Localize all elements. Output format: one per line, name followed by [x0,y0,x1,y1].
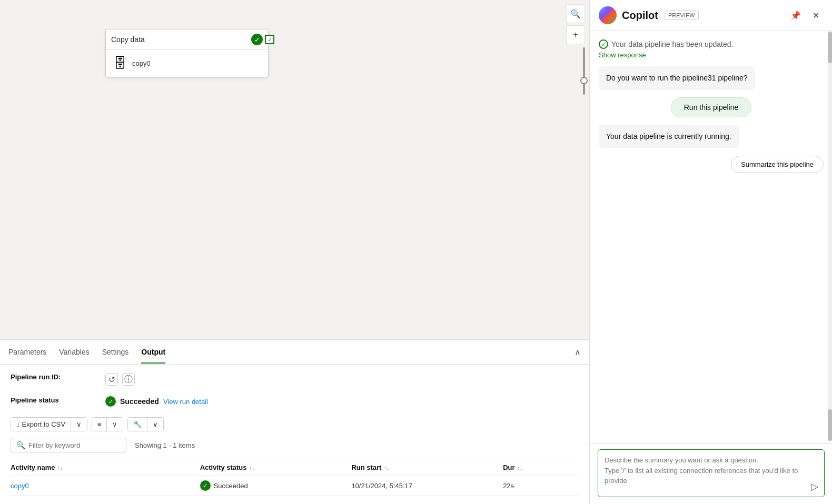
row-status-icon: ✓ [200,480,211,491]
left-panel: Copy data ✓ 🗄 copy0 ✓ 🔍 + Parameters [0,0,590,504]
node-body-label: copy0 [132,59,151,67]
node-success-icon: ✓ [251,34,263,45]
pipeline-run-id-row: Pipeline run ID: ↺ ⓘ [11,373,579,386]
zoom-in-button[interactable]: + [566,25,585,44]
wrench-button[interactable]: 🔧 [128,418,147,431]
export-csv-dropdown[interactable]: ∨ [71,418,87,431]
refresh-icon[interactable]: ↺ [105,373,118,386]
filter-icon: ≡ [97,420,102,428]
tabs-list: Parameters Variables Settings Output [8,341,165,363]
chat-input-area: ▷ [590,443,832,504]
filter-dropdown[interactable]: ∨ [107,418,123,431]
th-activity-status[interactable]: Activity status ↑↓ [200,463,352,471]
close-button[interactable]: ✕ [808,7,824,23]
tab-settings[interactable]: Settings [102,341,129,364]
status-value: Succeeded [120,397,159,406]
view-run-detail-link[interactable]: View run detail [163,398,208,406]
pipeline-updated-row: ✓ Your data pipeline has been updated. [599,39,733,49]
chat-msg-running: Your data pipeline is currently running. [599,125,739,148]
search-icon: 🔍 [16,441,25,449]
copy-data-icon: 🗄 [113,55,127,72]
table-row: copy0 ✓ Succeeded 10/21/2024, 5:45:17 22… [11,476,579,496]
copilot-panel: Copilot PREVIEW 📌 ✕ ✓ Your data pipeline… [590,0,832,504]
th-run-start[interactable]: Run start ↑↓ [351,463,503,471]
toolbar-row: ↓ Export to CSV ∨ ≡ ∨ [11,417,579,431]
slider-thumb[interactable] [580,77,588,84]
show-response-link[interactable]: Show response [599,51,733,59]
collapse-button[interactable]: ∧ [575,347,581,357]
zoom-slider [583,47,585,95]
pin-button[interactable]: 📌 [788,7,804,23]
send-button[interactable]: ▷ [811,481,818,492]
td-activity-name[interactable]: copy0 [11,482,200,490]
header-actions: 📌 ✕ [788,7,824,23]
preview-badge: PREVIEW [665,11,699,20]
tab-output[interactable]: Output [141,341,165,364]
wrench-btn-group: 🔧 ∨ [127,417,164,431]
search-canvas-button[interactable]: 🔍 [566,4,585,23]
scrollbar-thumb-bottom [828,409,832,441]
sort-icon-run-start: ↑↓ [383,465,389,471]
tab-parameters[interactable]: Parameters [8,341,46,364]
info-icon[interactable]: ⓘ [122,373,135,386]
chevron-down-icon-3: ∨ [153,420,158,428]
chat-msg-updated: ✓ Your data pipeline has been updated. S… [599,39,733,59]
table-header: Activity name ↑↓ Activity status ↑↓ Run … [11,459,579,476]
send-icon: ▷ [811,481,818,492]
export-csv-group: ↓ Export to CSV ∨ [11,417,87,431]
chat-bubble-run-question: Do you want to run the pipeline31 pipeli… [599,66,755,90]
scrollbar[interactable] [828,32,832,441]
node-checkbox: ✓ [265,35,274,44]
copilot-title: Copilot [622,9,658,22]
chat-msg-run-question: Do you want to run the pipeline31 pipeli… [599,66,755,90]
node-title: Copy data [111,35,145,44]
pipeline-status-value-row: ✓ Succeeded View run detail [105,396,208,407]
sort-icon-activity-status: ↑↓ [249,465,255,471]
showing-text: Showing 1 - 1 items [135,441,195,449]
canvas-area: Copy data ✓ 🗄 copy0 ✓ 🔍 + [0,0,589,339]
th-duration[interactable]: Dur ↑↓ [503,463,579,471]
wrench-icon: 🔧 [133,420,142,428]
status-green-check: ✓ [105,396,116,407]
sort-icon-activity-name: ↑↓ [57,465,63,471]
copilot-logo [599,6,617,24]
pipeline-status-block: Pipeline status [11,396,95,404]
sort-icon-duration: ↑↓ [517,465,523,471]
summarize-pipeline-button[interactable]: Summarize this pipeline [731,156,824,173]
chat-area: ✓ Your data pipeline has been updated. S… [590,31,832,443]
chat-bubble-running: Your data pipeline is currently running. [599,125,739,148]
td-duration: 22s [503,482,579,490]
pipeline-node[interactable]: Copy data ✓ 🗄 copy0 ✓ [105,29,269,77]
pipeline-run-id-actions: ↺ ⓘ [105,373,135,386]
export-csv-button[interactable]: ↓ Export to CSV [11,418,71,431]
run-pipeline-button[interactable]: Run this pipeline [671,97,752,117]
chevron-down-icon-2: ∨ [112,420,117,428]
pipeline-run-id-label: Pipeline run ID: [11,373,95,381]
wrench-dropdown[interactable]: ∨ [147,418,163,431]
copilot-header: Copilot PREVIEW 📌 ✕ [590,0,832,31]
tabs-bar: Parameters Variables Settings Output ∧ [0,340,589,365]
th-activity-name[interactable]: Activity name ↑↓ [11,463,200,471]
td-activity-status: ✓ Succeeded [200,480,352,491]
canvas-toolbar: 🔍 + [566,4,585,44]
td-run-start: 10/21/2024, 5:45:17 [351,482,503,490]
node-header: Copy data ✓ [106,29,268,49]
filter-input[interactable] [28,441,121,449]
output-content: Pipeline run ID: ↺ ⓘ Pipeline status ✓ S… [0,365,589,504]
chevron-down-icon: ∨ [76,420,82,428]
updated-check-icon: ✓ [599,39,608,49]
filter-row: 🔍 Showing 1 - 1 items [11,438,579,452]
pipeline-status-row: Pipeline status ✓ Succeeded View run det… [11,396,579,407]
export-csv-label: Export to CSV [22,420,65,428]
chat-textarea[interactable] [598,449,825,497]
tab-variables[interactable]: Variables [59,341,89,364]
filter-button[interactable]: ≡ [92,418,107,431]
scrollbar-thumb-top [828,32,832,63]
bottom-panel: Parameters Variables Settings Output ∧ P… [0,339,589,504]
search-box: 🔍 [11,438,126,452]
node-body: 🗄 copy0 [106,49,268,77]
slider-track [583,47,585,95]
pipeline-run-id-block: Pipeline run ID: [11,373,95,381]
filter-btn-group: ≡ ∨ [92,417,124,431]
download-icon: ↓ [16,420,20,428]
